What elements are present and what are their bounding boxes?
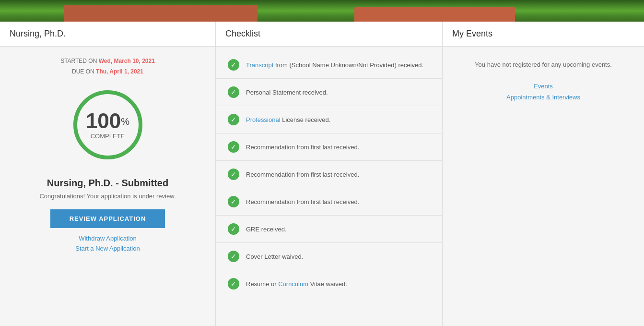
checklist-item-text: Personal Statement received. — [246, 89, 328, 96]
checklist-item: ✓GRE received. — [216, 216, 442, 243]
check-icon: ✓ — [228, 278, 239, 290]
checklist-item: ✓Cover Letter waived. — [216, 243, 442, 270]
check-icon: ✓ — [228, 196, 239, 207]
check-icon: ✓ — [228, 114, 239, 125]
progress-circle: 100% COMPLETE — [70, 86, 146, 163]
events-content: You have not registered for any upcoming… — [443, 47, 644, 115]
checklist-item-text: Recommendation from first last received. — [246, 144, 359, 151]
checklist-item-text: Cover Letter waived. — [246, 253, 303, 260]
started-date: Wed, March 10, 2021 — [99, 58, 155, 64]
date-info: STARTED ON Wed, March 10, 2021 DUE ON Th… — [60, 56, 155, 77]
start-new-application-link[interactable]: Start a New Application — [75, 245, 140, 252]
checklist-item: ✓Professional License received. — [216, 106, 442, 133]
events-header: My Events — [443, 22, 644, 47]
no-events-text: You have not registered for any upcoming… — [452, 61, 634, 68]
events-title: My Events — [452, 29, 492, 38]
left-panel-title: Nursing, Ph.D. — [10, 29, 66, 38]
checklist-items: ✓Transcript from (School Name Unknown/No… — [216, 47, 442, 302]
percent-sign: % — [121, 116, 129, 127]
check-icon: ✓ — [228, 223, 239, 235]
checklist-item-text: Resume or Curriculum Vitae waived. — [246, 280, 347, 288]
check-icon: ✓ — [228, 59, 239, 71]
checklist-item: ✓Personal Statement received. — [216, 79, 442, 106]
review-application-button[interactable]: REVIEW APPLICATION — [50, 209, 165, 228]
percent-number: 100 — [86, 109, 121, 133]
checklist-item: ✓Recommendation from first last received… — [216, 188, 442, 216]
check-icon: ✓ — [228, 169, 239, 180]
checklist-item-text: Recommendation from first last received. — [246, 198, 359, 205]
check-icon: ✓ — [228, 251, 239, 262]
due-date: Thu, April 1, 2021 — [96, 68, 143, 75]
checklist-panel: Checklist ✓Transcript from (School Name … — [216, 22, 443, 326]
checklist-item: ✓Recommendation from first last received… — [216, 161, 442, 188]
checklist-item-text: Transcript from (School Name Unknown/Not… — [246, 61, 423, 69]
due-label: DUE ON — [72, 68, 94, 75]
appointments-link[interactable]: Appointments & Interviews — [506, 94, 580, 101]
checklist-item: ✓Transcript from (School Name Unknown/No… — [216, 51, 442, 79]
checklist-item: ✓Recommendation from first last received… — [216, 133, 442, 161]
withdraw-application-link[interactable]: Withdraw Application — [79, 235, 137, 242]
checklist-item-text: GRE received. — [246, 226, 287, 233]
app-subtitle: Congratulations! Your application is und… — [39, 193, 176, 200]
check-icon: ✓ — [228, 86, 239, 98]
checklist-item-text: Recommendation from first last received. — [246, 171, 359, 178]
app-title: Nursing, Ph.D. - Submitted — [47, 178, 168, 189]
events-links: Events Appointments & Interviews — [452, 83, 634, 101]
events-link[interactable]: Events — [534, 83, 553, 90]
circle-text: 100% COMPLETE — [86, 110, 129, 140]
complete-label: COMPLETE — [86, 133, 129, 140]
started-label: STARTED ON — [60, 58, 97, 64]
checklist-item-text: Professional License received. — [246, 116, 330, 123]
action-links: Withdraw Application Start a New Applica… — [75, 235, 140, 252]
checklist-title: Checklist — [225, 29, 260, 38]
hero-banner — [0, 0, 644, 22]
checklist-link[interactable]: Professional — [246, 116, 281, 123]
checklist-header: Checklist — [216, 22, 442, 47]
events-panel: My Events You have not registered for an… — [443, 22, 644, 326]
main-container: Nursing, Ph.D. STARTED ON Wed, March 10,… — [0, 22, 644, 326]
left-panel: Nursing, Ph.D. STARTED ON Wed, March 10,… — [0, 22, 216, 326]
checklist-link[interactable]: Transcript — [246, 61, 273, 69]
check-icon: ✓ — [228, 141, 239, 153]
checklist-link[interactable]: Curriculum — [278, 280, 308, 288]
checklist-item: ✓Resume or Curriculum Vitae waived. — [216, 270, 442, 297]
